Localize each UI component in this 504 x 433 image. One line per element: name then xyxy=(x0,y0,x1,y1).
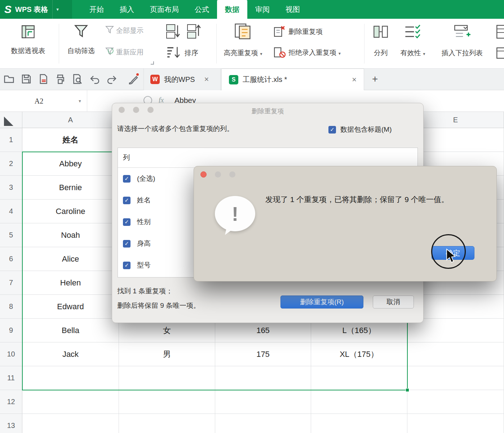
cell-A7[interactable]: Helen xyxy=(22,271,119,295)
cell-B12[interactable] xyxy=(119,390,215,414)
highlight-duplicates-icon[interactable] xyxy=(234,22,252,40)
validation-button[interactable]: 有效性▼ xyxy=(396,48,430,58)
name-checkbox[interactable]: ✓ xyxy=(123,197,131,204)
cell-C11[interactable] xyxy=(215,366,311,390)
cell-B13[interactable] xyxy=(119,414,215,433)
auto-filter-icon[interactable] xyxy=(74,23,89,40)
alert-zoom-icon[interactable] xyxy=(229,171,235,178)
row-header-12[interactable]: 12 xyxy=(0,390,22,414)
cell-D13[interactable] xyxy=(311,414,407,433)
text-to-columns-button[interactable]: 分列 xyxy=(368,48,393,58)
menu-tab-formulas[interactable]: 公式 xyxy=(187,0,217,19)
validation-icon[interactable] xyxy=(404,24,421,40)
open-file-icon[interactable] xyxy=(4,74,14,84)
row-header-2[interactable]: 2 xyxy=(0,152,22,176)
menu-tab-page-layout[interactable]: 页面布局 xyxy=(142,0,187,19)
show-all-button[interactable]: 全部显示 xyxy=(116,26,143,35)
tab-workbook-close-icon[interactable]: × xyxy=(352,75,357,84)
insert-dropdown-icon[interactable] xyxy=(454,24,471,40)
cell-A10[interactable]: Jack xyxy=(22,342,119,366)
data-has-headers-option[interactable]: ✓ 数据包含标题(M) xyxy=(328,125,392,134)
cell-A4[interactable]: Caroline xyxy=(22,200,119,223)
cell-A11[interactable] xyxy=(22,366,119,390)
reapply-button[interactable]: 重新应用 xyxy=(116,48,143,57)
row-header-4[interactable]: 4 xyxy=(0,200,22,223)
name-box-caret-icon[interactable]: ▼ xyxy=(78,99,87,103)
remove-duplicates-confirm-button[interactable]: 删除重复项(R) xyxy=(280,296,363,309)
menu-tab-insert[interactable]: 插入 xyxy=(112,0,142,19)
filter-group-launcher-icon[interactable] xyxy=(151,61,154,65)
cell-A9[interactable]: Bella xyxy=(22,319,119,342)
size-checkbox[interactable]: ✓ xyxy=(123,262,131,269)
tab-my-wps[interactable]: W 我的WPS × xyxy=(143,69,221,90)
print-preview-icon[interactable] xyxy=(72,74,83,84)
cell-A1[interactable]: 姓名 xyxy=(22,128,119,152)
cell-C12[interactable] xyxy=(215,390,311,414)
cell-B10[interactable]: 男 xyxy=(119,342,215,366)
row-header-5[interactable]: 5 xyxy=(0,223,22,247)
remove-duplicates-icon[interactable] xyxy=(273,25,286,38)
redo-icon[interactable] xyxy=(106,74,117,84)
tab-workbook[interactable]: S 工服统计.xls * × xyxy=(221,69,364,90)
cell-C13[interactable] xyxy=(215,414,311,433)
cancel-button[interactable]: 取消 xyxy=(373,296,414,309)
menu-tab-data[interactable]: 数据 xyxy=(217,0,247,19)
alert-close-icon[interactable] xyxy=(200,171,207,178)
sort-az-icon[interactable] xyxy=(166,23,181,40)
cell-A12[interactable] xyxy=(22,390,119,414)
sort-button[interactable]: 排序 xyxy=(185,48,198,58)
new-tab-button[interactable]: + xyxy=(372,73,378,85)
selection-fill-handle[interactable] xyxy=(406,388,409,392)
cell-D12[interactable] xyxy=(311,390,407,414)
app-logo[interactable]: S WPS 表格 ▼ xyxy=(0,0,72,19)
height-checkbox[interactable]: ✓ xyxy=(123,240,131,248)
cell-A2[interactable]: Abbey xyxy=(22,152,119,176)
select-all-corner[interactable] xyxy=(0,112,22,128)
cell-A3[interactable]: Bernie xyxy=(22,176,119,200)
custom-sort-icon[interactable] xyxy=(166,44,181,61)
cell-E12[interactable] xyxy=(407,390,504,414)
row-header-7[interactable]: 7 xyxy=(0,271,22,295)
row-header-6[interactable]: 6 xyxy=(0,247,22,271)
headers-checkbox[interactable]: ✓ xyxy=(328,126,336,134)
export-pdf-icon[interactable] xyxy=(38,74,49,84)
row-header-9[interactable]: 9 xyxy=(0,319,22,342)
gender-checkbox[interactable]: ✓ xyxy=(123,218,131,226)
auto-filter-button[interactable]: 自动筛选 xyxy=(59,46,103,56)
sort-za-icon[interactable] xyxy=(187,23,202,40)
cell-A5[interactable]: Noah xyxy=(22,223,119,247)
highlight-duplicates-button[interactable]: 高亮重复项▼ xyxy=(216,48,270,58)
row-header-3[interactable]: 3 xyxy=(0,176,22,200)
row-header-13[interactable]: 13 xyxy=(0,414,22,433)
print-icon[interactable] xyxy=(55,74,66,84)
row-header-8[interactable]: 8 xyxy=(0,295,22,319)
insert-dropdown-button[interactable]: 插入下拉列表 xyxy=(437,48,487,58)
row-header-1[interactable]: 1 xyxy=(0,128,22,152)
name-box[interactable]: A2 ▼ xyxy=(0,90,87,112)
tab-my-wps-close-icon[interactable]: × xyxy=(204,75,209,84)
pivot-table-icon[interactable] xyxy=(21,25,35,39)
column-header-a[interactable]: A xyxy=(22,112,119,128)
row-header-10[interactable]: 10 xyxy=(0,342,22,366)
alert-minimize-icon[interactable] xyxy=(215,171,221,178)
save-icon[interactable] xyxy=(21,74,32,84)
cell-E13[interactable] xyxy=(407,414,504,433)
row-header-11[interactable]: 11 xyxy=(0,366,22,390)
reject-duplicates-icon[interactable] xyxy=(273,46,286,58)
logo-dropdown-icon[interactable]: ▼ xyxy=(52,0,62,19)
cell-B11[interactable] xyxy=(119,366,215,390)
pivot-table-button[interactable]: 数据透视表 xyxy=(6,46,50,56)
cell-D11[interactable] xyxy=(311,366,407,390)
text-to-columns-icon[interactable] xyxy=(373,24,389,40)
cell-E11[interactable] xyxy=(407,366,504,390)
undo-icon[interactable] xyxy=(89,74,100,84)
ok-button[interactable]: 确定 xyxy=(432,246,474,260)
remove-duplicates-button[interactable]: 删除重复项 xyxy=(288,27,323,36)
cell-A6[interactable]: Alice xyxy=(22,247,119,271)
cell-E10[interactable] xyxy=(407,342,504,366)
reject-duplicates-button[interactable]: 拒绝录入重复项▼ xyxy=(288,48,341,57)
menu-tab-review[interactable]: 审阅 xyxy=(247,0,278,19)
menu-tab-home[interactable]: 开始 xyxy=(81,0,112,19)
cell-A8[interactable]: Edward xyxy=(22,295,119,319)
cell-A13[interactable] xyxy=(22,414,119,433)
